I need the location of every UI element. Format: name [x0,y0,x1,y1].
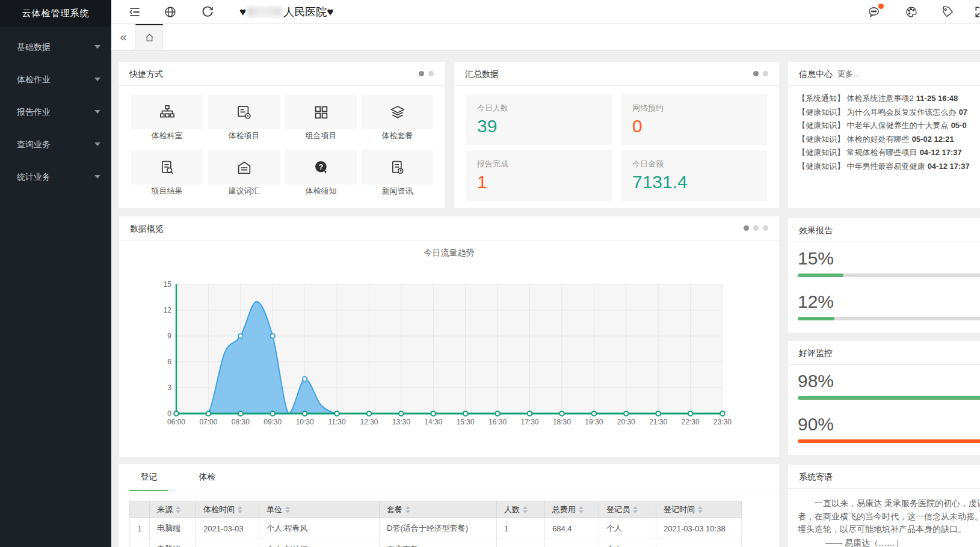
carousel-dot[interactable] [428,71,434,76]
flow-trend-chart: 0369121506:0007:0008:3009:3010:3011:3012… [119,216,779,457]
heart-icon: ♥ [327,5,333,19]
progress-track [798,317,980,320]
shortcut-exam-packages[interactable] [362,95,433,129]
panel-title: 好评监控 [799,341,833,365]
effect-item: 15% [788,242,980,277]
sort-icon[interactable] [176,506,180,513]
refresh-icon[interactable] [201,5,214,19]
progress-fill [798,274,843,277]
svg-text:08:30: 08:30 [232,418,250,426]
sidebar-item-label: 查询业务 [17,128,94,160]
shortcut-news[interactable] [362,150,433,185]
document-search-icon [159,159,176,176]
carousel-dot[interactable] [753,71,759,76]
sidebar-item-statistics[interactable]: 统计业务 [0,160,111,193]
carousel-dots [753,71,768,76]
carousel-dot[interactable] [419,71,424,76]
shortcut-suggestion-words[interactable] [208,150,280,185]
org-chart-icon [159,104,176,121]
sort-icon[interactable] [698,506,703,513]
sidebar-item-basic-data[interactable]: 基础数据 [0,31,111,63]
more-link[interactable]: 更多... [837,62,860,86]
svg-text:15:30: 15:30 [457,418,475,426]
table-header-row: 来源 体检时间 单位 套餐 人数 总费用 登记员 登记时间 [130,501,742,518]
svg-text:0: 0 [167,409,171,418]
effect-item: 12% [788,286,980,320]
stat-value: 39 [477,116,601,136]
palette-icon[interactable] [905,5,918,19]
svg-text:18:30: 18:30 [553,418,571,426]
table-row[interactable]: 1 电脑端 2021-03-03 个人:程春风 D套(适合于经济型套餐) 1 6… [130,518,742,539]
tag-icon[interactable] [941,5,954,19]
tab-exam[interactable]: 体检 [188,464,227,490]
column-header-source[interactable]: 来源 [150,501,196,518]
collapse-menu-icon[interactable] [128,5,141,19]
column-header-people[interactable]: 人数 [497,501,545,518]
svg-text:6: 6 [167,358,171,366]
sort-icon[interactable] [405,506,410,513]
column-header-register-time[interactable]: 登记时间 [656,501,742,518]
column-header-exam-time[interactable]: 体检时间 [196,501,259,518]
stat-today-amount: 今日金额 7131.4 [621,150,767,201]
quick-access-header: 快捷方式 [119,62,445,86]
effect-report-panel: 效果报告 15% 12% [788,218,980,332]
progress-fill [798,439,980,443]
sort-icon[interactable] [523,506,528,513]
svg-text:17:30: 17:30 [521,418,539,426]
sort-icon[interactable] [579,506,584,513]
svg-text:19:30: 19:30 [585,418,603,426]
shortcut-item-results[interactable] [131,150,203,185]
svg-text:12:30: 12:30 [360,418,378,426]
tab-strip: « [111,24,980,50]
progress-fill [798,317,834,320]
column-header-unit[interactable]: 单位 [259,501,380,518]
info-item[interactable]: 【健康知识】 中老年人保健养生的十大要点05-0 [798,119,980,133]
panel-title: 效果报告 [799,218,833,242]
column-header-registrar[interactable]: 登记员 [599,501,656,518]
quick-access-panel: 快捷方式 体检科室 体检项目 组合项目 体检套餐 [119,62,445,208]
info-item[interactable]: 【健康知识】 常规体检有哪些项目04-12 17:37 [798,146,980,160]
shortcut-combo-items[interactable] [285,95,357,129]
column-header-total-fee[interactable]: 总费用 [545,501,599,518]
sidebar-item-query-business[interactable]: 查询业务 [0,128,111,160]
shortcut-exam-department[interactable] [131,95,203,129]
sort-icon[interactable] [285,506,290,513]
chevron-down-icon [94,45,100,49]
sort-icon[interactable] [238,506,242,513]
fullscreen-icon[interactable] [974,5,980,19]
progress-track [798,274,980,277]
hospital-title: ♥ 人民医院 ♥ [239,5,334,19]
shortcut-exam-items[interactable] [208,95,280,129]
messages-icon[interactable] [868,5,881,19]
shortcut-label: 新闻资讯 [362,186,433,197]
stat-label: 报告完成 [477,159,601,170]
praise-item: 90% [788,408,980,443]
document-gear-icon [236,104,253,121]
tab-home[interactable] [135,24,163,50]
shortcut-exam-notice[interactable]: ? [285,150,357,185]
sidebar-item-label: 基础数据 [17,31,94,63]
progress-track [798,396,980,400]
praise-monitor-panel: 好评监控 98% 90% [788,341,980,455]
carousel-dot[interactable] [763,71,768,76]
globe-icon[interactable] [164,5,177,19]
document-clock-icon [389,159,406,176]
info-item[interactable]: 【系统通知】 体检系统注意事项211-25 16:48 [798,92,980,106]
column-header-package[interactable]: 套餐 [380,501,497,518]
sidebar-item-exam-work[interactable]: 体检作业 [0,63,111,96]
collapse-tabs-button[interactable]: « [111,24,135,50]
svg-text:11:30: 11:30 [328,418,345,426]
shortcut-label: 体检项目 [208,130,280,141]
info-item[interactable]: 【健康知识】 中年男性最容易亚健康04-12 17:37 [798,160,980,174]
svg-text:06:00: 06:00 [167,418,185,426]
shortcut-label: 体检套餐 [362,130,433,141]
system-message-line: 埋头造轮，以尽可能地填补产品本身的缺口。 [798,523,980,536]
panel-title: 系统寄语 [799,465,833,489]
sidebar-item-report-work[interactable]: 报告作业 [0,96,111,128]
sort-icon[interactable] [633,506,638,513]
table-row[interactable]: 2 电脑端 2021-03-03 个人:刘桂红 泰康套餐 1 894 个人 20… [130,539,742,547]
hospital-name: 人民医院 [283,5,327,19]
info-item[interactable]: 【健康知识】 为什么耳鸣会反复发作该怎么办07 [798,106,980,120]
info-item[interactable]: 【健康知识】 体检的好处有哪些05-02 12:21 [798,133,980,147]
tab-register[interactable]: 登记 [129,464,168,490]
